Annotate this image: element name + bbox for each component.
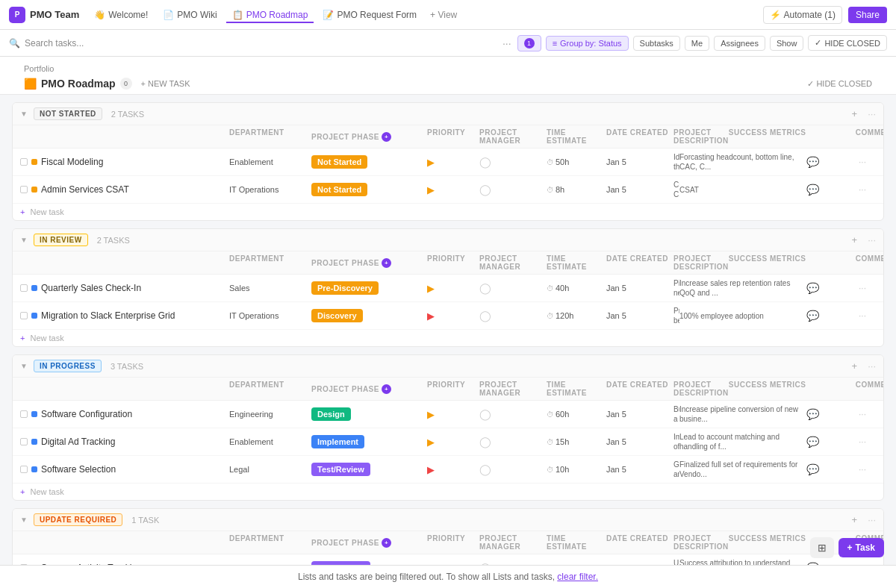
automate-button[interactable]: ⚡ Automate (1) — [763, 6, 842, 24]
col-phase: PROJECT PHASE + — [311, 128, 427, 145]
section-toggle-in-progress[interactable]: ▼ — [20, 362, 28, 370]
task-comment[interactable]: 💬 — [806, 408, 859, 420]
section-more-in-progress[interactable]: ··· — [868, 360, 876, 372]
add-view-button[interactable]: + View — [426, 7, 461, 23]
task-name-text[interactable]: Migration to Slack Enterprise Grid — [41, 310, 175, 321]
section-header-not-started: ▼ NOT STARTED 2 TASKS + ··· — [13, 103, 883, 125]
task-name-text[interactable]: Software Configuration — [41, 409, 132, 419]
section-header-in-review: ▼ IN REVIEW 2 TASKS + ··· — [13, 229, 883, 251]
tab-request-form[interactable]: 📝 PMO Request Form — [317, 7, 423, 23]
section-toggle-not-started[interactable]: ▼ — [20, 110, 28, 118]
task-time: ⏱ 8h — [547, 185, 606, 194]
hide-closed-button[interactable]: ✓ HIDE CLOSED — [808, 35, 887, 51]
add-task-row[interactable]: + New task — [13, 204, 883, 220]
task-date: Jan 5 — [606, 157, 673, 166]
assignees-label: Assignees — [721, 39, 759, 48]
add-task-fab[interactable]: + Task — [839, 538, 884, 557]
section-more-in-review[interactable]: ··· — [868, 234, 876, 245]
task-comment[interactable]: 💬 — [806, 282, 859, 294]
section-task-count-in-review: 2 TASKS — [97, 236, 130, 245]
task-phase: Pre-Discovery — [311, 281, 427, 295]
task-more[interactable]: ··· — [859, 409, 881, 419]
task-comment[interactable]: 💬 — [806, 436, 859, 448]
task-comment[interactable]: 💬 — [806, 156, 859, 168]
task-department: Sales — [229, 284, 311, 293]
section-add-icon-not-started[interactable]: + — [852, 108, 858, 119]
task-checkbox[interactable] — [20, 410, 28, 418]
task-date: Jan 5 — [606, 185, 673, 194]
form-icon: 📝 — [323, 10, 334, 20]
col-department: DEPARTMENT — [229, 128, 311, 145]
task-comment[interactable]: 💬 — [806, 463, 859, 475]
task-time: ⏱ 10h — [547, 465, 606, 474]
col-phase: PROJECT PHASE + — [311, 534, 427, 551]
task-name-text[interactable]: Fiscal Modeling — [41, 157, 103, 167]
section-toggle-update-required[interactable]: ▼ — [20, 516, 28, 524]
task-checkbox[interactable] — [20, 312, 28, 319]
col-headers: DEPARTMENT PROJECT PHASE + PRIORITY PROJ… — [13, 531, 883, 554]
task-department: Engineering — [229, 410, 311, 419]
task-more[interactable]: ··· — [859, 464, 881, 475]
me-button[interactable]: Me — [685, 36, 709, 51]
section-more-not-started[interactable]: ··· — [868, 108, 876, 119]
task-more[interactable]: ··· — [859, 310, 881, 321]
section-add-icon-update-required[interactable]: + — [852, 514, 858, 525]
share-button[interactable]: Share — [848, 7, 887, 23]
group-by-button[interactable]: ≡ Group by: Status — [546, 36, 629, 51]
more-search-options[interactable]: ··· — [503, 37, 511, 49]
task-checkbox[interactable] — [20, 186, 28, 193]
task-name: Software Selection — [20, 464, 229, 475]
add-task-row[interactable]: + New task — [13, 330, 883, 346]
hide-closed-toggle[interactable]: ✓ HIDE CLOSED — [807, 79, 872, 89]
assignees-button[interactable]: Assignees — [714, 36, 765, 51]
task-priority: ▶ — [427, 464, 479, 475]
show-button[interactable]: Show — [770, 36, 804, 51]
section-add-icon-in-progress[interactable]: + — [852, 360, 858, 372]
task-name-text[interactable]: Admin Services CSAT — [41, 184, 129, 195]
task-checkbox[interactable] — [20, 158, 28, 166]
tab-welcome[interactable]: 👋 Welcome! — [88, 7, 154, 23]
add-task-row[interactable]: + New task — [13, 484, 883, 500]
task-comment[interactable]: 💬 — [806, 310, 859, 322]
task-comment[interactable]: 💬 — [806, 184, 859, 196]
task-color-dot — [31, 187, 37, 193]
task-name-text[interactable]: Quarterly Sales Check-In — [41, 283, 141, 293]
task-description: Identifying the value for roles in each … — [673, 152, 679, 172]
task-name-text[interactable]: Digital Ad Tracking — [41, 437, 115, 447]
task-department: Enablement — [229, 157, 311, 166]
grid-view-button[interactable]: ⊞ — [810, 537, 834, 558]
task-name-text[interactable]: Software Selection — [41, 464, 116, 475]
tab-wiki[interactable]: 📄 PMO Wiki — [157, 7, 223, 23]
col-comments: COMMENTS — [856, 381, 884, 397]
task-more[interactable]: ··· — [859, 283, 881, 293]
col-metrics: SUCCESS METRICS — [729, 254, 856, 271]
new-task-button[interactable]: + NEW TASK — [137, 78, 195, 90]
section-badge-in-progress: IN PROGRESS — [34, 360, 102, 372]
col-time: TIME ESTIMATE — [547, 254, 606, 271]
filter-bar: 1 ≡ Group by: Status Subtasks Me Assigne… — [517, 35, 887, 51]
filter-count-button[interactable]: 1 — [517, 35, 541, 51]
task-more[interactable]: ··· — [859, 437, 881, 447]
task-checkbox[interactable] — [20, 284, 28, 292]
task-checkbox[interactable] — [20, 466, 28, 473]
app-logo: P PMO Team — [9, 7, 79, 23]
subtasks-button[interactable]: Subtasks — [633, 36, 680, 51]
task-pm: ◯ — [479, 408, 547, 420]
hide-closed-text: HIDE CLOSED — [816, 79, 872, 88]
task-more[interactable]: ··· — [859, 184, 881, 195]
task-pm: ◯ — [479, 463, 547, 475]
search-input[interactable]: 🔍 Search tasks... — [9, 38, 497, 49]
col-headers: DEPARTMENT PROJECT PHASE + PRIORITY PROJ… — [13, 125, 883, 148]
section-toggle-in-review[interactable]: ▼ — [20, 236, 28, 244]
clear-filter-link[interactable]: clear filter. — [557, 572, 598, 582]
task-row: Migration to Slack Enterprise Grid IT Op… — [13, 302, 883, 330]
section-add-icon-in-review[interactable]: + — [852, 234, 858, 245]
task-row: Quarterly Sales Check-In Sales Pre-Disco… — [13, 275, 883, 302]
plus-icon: + — [847, 542, 853, 553]
tab-roadmap[interactable]: 📋 PMO Roadmap — [226, 7, 314, 23]
col-phase: PROJECT PHASE + — [311, 254, 427, 271]
task-more[interactable]: ··· — [859, 157, 881, 167]
task-checkbox[interactable] — [20, 438, 28, 445]
section-more-update-required[interactable]: ··· — [868, 514, 876, 525]
task-description: Build a CRM flow for bidirectional sync … — [673, 404, 679, 424]
